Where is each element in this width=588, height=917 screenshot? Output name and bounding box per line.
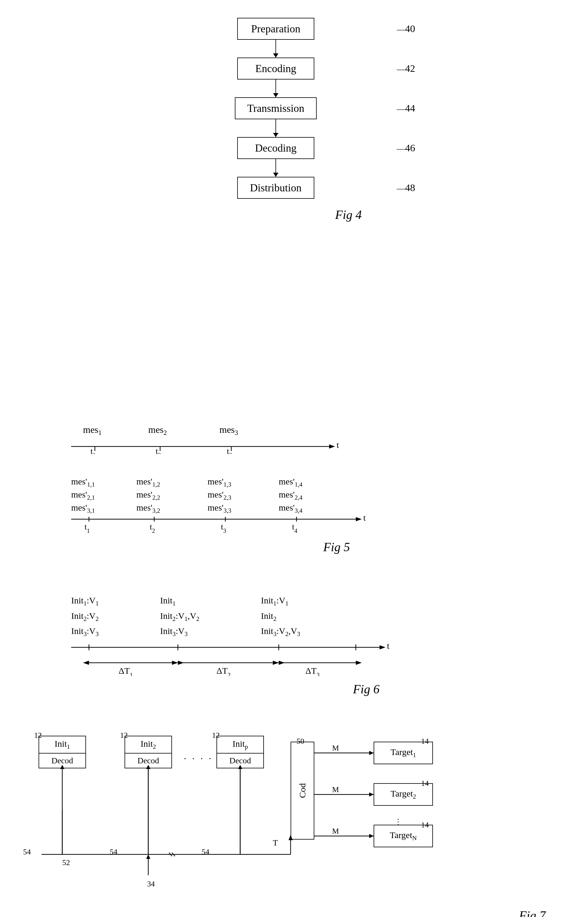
fig7-diagram: Init1 Decod 12 Init2 Decod 12 . . . . In…	[12, 718, 575, 917]
mes23: mes'2,3	[208, 488, 231, 503]
svg-marker-69	[369, 834, 374, 838]
fig5-grid: mes'1,1 mes'1,2 mes'1,3 mes'1,4 mes'2,1 …	[71, 475, 409, 534]
mes2-label: mes2	[148, 424, 167, 437]
page: { "fig4": { "caption": "Fig 4", "boxes":…	[0, 0, 588, 917]
targetn-num: 14	[421, 821, 429, 830]
mes24: mes'2,4	[279, 488, 302, 503]
transmission-label: Transmission	[247, 102, 305, 114]
flowchart: Preparation —40 Encoding —42	[172, 18, 380, 199]
init2-box: Init2 Decod	[124, 736, 172, 768]
flow-row-preparation: Preparation —40	[172, 18, 380, 40]
distribution-box: Distribution	[237, 177, 314, 199]
encoding-number: —42	[397, 63, 415, 74]
svg-marker-4	[329, 445, 335, 448]
svg-text:ΔT1: ΔT1	[119, 666, 133, 676]
mes13: mes'1,3	[208, 475, 231, 490]
svg-text:54: 54	[202, 847, 209, 856]
svg-marker-28	[83, 661, 89, 665]
fig5-top-timeline: mes1 mes2 mes3 t t1 t2	[53, 424, 409, 454]
target1-num: 14	[421, 737, 429, 746]
fig6-delta-svg: ΔT1 ΔT2 ΔT3	[71, 655, 397, 676]
flow-row-encoding: Encoding —42	[172, 58, 380, 79]
svg-text:ΔT3: ΔT3	[305, 666, 320, 676]
fig6-text-cols: Init1:V1 Init2:V2 Init3:V3 Init1 Init2:V…	[71, 594, 439, 641]
fig6-col3-row1: Init1:V1	[261, 594, 300, 609]
target2-num: 14	[421, 779, 429, 788]
decoding-number: —46	[397, 142, 415, 154]
flow-row-transmission: Transmission —44	[172, 97, 380, 119]
mes22: mes'2,2	[136, 488, 160, 503]
fig6-col1-row2: Init2:V2	[71, 609, 99, 624]
mes32: mes'3,2	[136, 501, 160, 516]
svg-marker-66	[369, 792, 374, 797]
preparation-box: Preparation	[237, 18, 314, 40]
svg-text:34: 34	[147, 880, 155, 888]
svg-text:t: t	[387, 642, 389, 650]
svg-text:54: 54	[23, 847, 31, 856]
fig7-inner: Init1 Decod 12 Init2 Decod 12 . . . . In…	[12, 718, 575, 908]
svg-text:M: M	[332, 827, 339, 835]
mes33: mes'3,3	[208, 501, 231, 516]
svg-marker-32	[172, 661, 178, 665]
mes1-label: mes1	[83, 424, 102, 437]
cod-label: Cod	[297, 783, 307, 798]
svg-text:T: T	[273, 838, 278, 847]
cod-num: 50	[297, 737, 304, 746]
svg-text:M: M	[332, 785, 339, 794]
svg-marker-10	[356, 517, 362, 521]
svg-text:ΔT2: ΔT2	[216, 666, 231, 676]
mes11: mes'1,1	[71, 475, 95, 490]
svg-text:54: 54	[110, 847, 118, 856]
init1-num: 12	[34, 731, 42, 740]
mes34: mes'3,4	[279, 501, 302, 516]
flow-row-decoding: Decoding —46	[172, 137, 380, 159]
fig6-col1-row1: Init1:V1	[71, 594, 99, 609]
svg-marker-63	[369, 751, 374, 755]
arrow-1	[275, 40, 276, 58]
fig4-caption: Fig 4	[335, 208, 362, 222]
fig6-caption: Fig 6	[353, 682, 380, 696]
transmission-box: Transmission	[235, 97, 317, 119]
fig6-col1-row3: Init3:V3	[71, 624, 99, 639]
distribution-label: Distribution	[250, 182, 302, 194]
fig6-col3-row3: Init3:V2,V3	[261, 624, 300, 639]
svg-text:t3: t3	[221, 522, 226, 534]
arrow-3	[275, 119, 276, 137]
fig5-bot-svg: t t1 t2 t3 t4	[71, 516, 374, 534]
encoding-box: Encoding	[237, 58, 314, 79]
svg-text:52: 52	[62, 858, 70, 867]
mes14: mes'1,4	[279, 475, 302, 490]
fig5-diagram: mes1 mes2 mes3 t t1 t2	[53, 424, 409, 554]
fig6-timeline-svg: t	[71, 642, 397, 655]
svg-text:t1: t1	[84, 522, 90, 534]
fig6-col2-row3: Init3:V3	[160, 624, 199, 639]
svg-line-47	[172, 852, 175, 856]
svg-marker-37	[356, 661, 362, 665]
fig5-top-svg: t t1 t2 t3	[71, 439, 344, 454]
initp-num: 12	[212, 731, 220, 740]
svg-text:t: t	[363, 516, 366, 522]
svg-text:t4: t4	[292, 522, 297, 534]
svg-text:t2: t2	[150, 522, 155, 534]
mes3-label: mes3	[220, 424, 238, 437]
svg-marker-21	[380, 645, 386, 649]
mes31: mes'3,1	[71, 501, 95, 516]
init2-num: 12	[120, 731, 128, 740]
fig6-col2-row2: Init2:V1,V2	[160, 609, 199, 624]
fig7-caption: Fig 7	[519, 909, 546, 917]
cod-box: Cod	[291, 742, 314, 839]
preparation-label: Preparation	[251, 23, 300, 35]
init1-box: Init1 Decod	[39, 736, 86, 768]
arrow-4	[275, 159, 276, 177]
fig5-caption: Fig 5	[323, 540, 350, 554]
flow-row-distribution: Distribution —48	[172, 177, 380, 199]
dots: . . . .	[184, 750, 213, 762]
fig4-diagram: Preparation —40 Encoding —42	[172, 18, 380, 222]
svg-line-46	[169, 852, 172, 856]
fig6-col2-row1: Init1	[160, 594, 199, 609]
decoding-box: Decoding	[237, 137, 314, 159]
svg-marker-36	[273, 661, 279, 665]
mes21: mes'2,1	[71, 488, 95, 503]
mes12: mes'1,2	[136, 475, 160, 490]
transmission-number: —44	[397, 103, 415, 114]
